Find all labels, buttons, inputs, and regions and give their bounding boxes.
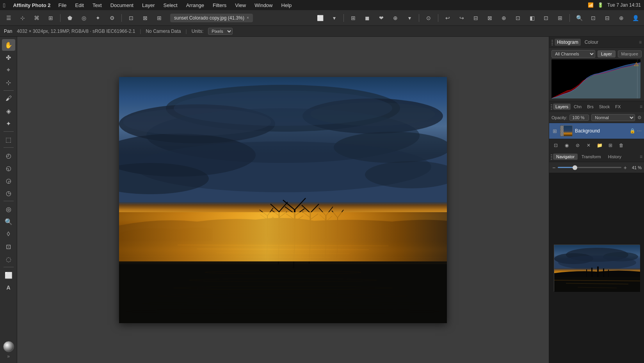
blur-tool[interactable]: ◌ bbox=[2, 253, 15, 265]
tab-close-button[interactable]: × bbox=[247, 16, 249, 20]
tab-colour[interactable]: Colour bbox=[582, 39, 601, 46]
channel-btn-5[interactable]: ▾ bbox=[403, 12, 416, 24]
menu-window[interactable]: Window bbox=[253, 2, 274, 9]
toolbar-btn-2[interactable]: ⊹ bbox=[16, 12, 29, 24]
lb-add-adjust-btn[interactable]: ⊘ bbox=[573, 141, 583, 150]
menu-view[interactable]: View bbox=[233, 2, 247, 9]
retouch-tool[interactable]: ◵ bbox=[2, 162, 15, 174]
layer-item-background[interactable]: ⊞ Background 🔒 bbox=[549, 123, 644, 139]
zoom-btn[interactable]: 🔍 bbox=[573, 12, 585, 24]
lb-duplicate-btn[interactable]: ⊞ bbox=[605, 141, 616, 150]
opacity-input[interactable] bbox=[569, 114, 589, 121]
menu-document[interactable]: Document bbox=[109, 2, 135, 9]
selection-tool[interactable]: ⬚ bbox=[2, 134, 15, 145]
menu-select[interactable]: Select bbox=[162, 2, 179, 9]
panel-grip-1[interactable] bbox=[551, 39, 553, 45]
zoom-in-btn[interactable]: + bbox=[623, 165, 628, 170]
view-chevron[interactable]: ▾ bbox=[328, 12, 340, 24]
menu-edit[interactable]: Edit bbox=[73, 2, 85, 9]
tab-layers[interactable]: Layers bbox=[553, 104, 571, 110]
toolbar-btn-8[interactable]: ⚙ bbox=[106, 12, 118, 24]
toolbar-btn-4[interactable]: ⊞ bbox=[44, 12, 57, 24]
panel-expand-histogram[interactable]: ≡ bbox=[639, 39, 642, 45]
channel-btn-1[interactable]: ⊞ bbox=[347, 12, 359, 24]
liquify-tool[interactable]: ◊ bbox=[2, 228, 15, 240]
toolbar-btn-c[interactable]: ⊕ bbox=[498, 12, 510, 24]
toolbar-btn-g[interactable]: ⊞ bbox=[554, 12, 566, 24]
panel-expand-navigator[interactable]: ≡ bbox=[640, 154, 642, 159]
pan-tool[interactable]: ✋ bbox=[2, 39, 15, 51]
sample-tool[interactable]: ◎ bbox=[2, 203, 15, 215]
blend-mode-select[interactable]: Normal Multiply Screen Overlay bbox=[591, 114, 635, 121]
settings-btn-1[interactable]: ⊡ bbox=[587, 12, 600, 24]
foreground-color[interactable] bbox=[3, 341, 14, 352]
crop-tool[interactable]: ⌖ bbox=[2, 64, 15, 76]
erase-tool[interactable]: ◈ bbox=[2, 105, 15, 117]
menu-help[interactable]: Help bbox=[280, 2, 294, 9]
channel-btn-4[interactable]: ⊕ bbox=[389, 12, 402, 24]
layer-menu-icon[interactable]: ⋯ bbox=[637, 128, 642, 134]
panel-expand-layers[interactable]: ≡ bbox=[640, 104, 642, 109]
tab-navigator[interactable]: Navigator bbox=[553, 154, 578, 160]
settings-btn-3[interactable]: ⊕ bbox=[615, 12, 628, 24]
apple-logo-icon[interactable]:  bbox=[3, 2, 5, 9]
toolbar-btn-e[interactable]: ◧ bbox=[526, 12, 538, 24]
text-tool[interactable]: A bbox=[2, 282, 15, 293]
lb-add-fill-btn[interactable]: ◉ bbox=[562, 141, 572, 150]
marquee-btn[interactable]: Marquee bbox=[618, 50, 642, 57]
paint-tool[interactable]: 🖌 bbox=[2, 93, 15, 104]
menu-arrange[interactable]: Arrange bbox=[185, 2, 206, 9]
toolbar-btn-10[interactable]: ⊠ bbox=[139, 12, 151, 24]
smudge-tool[interactable]: ⊡ bbox=[2, 241, 15, 252]
toolbar-btn-7[interactable]: ✦ bbox=[92, 12, 104, 24]
menu-layer[interactable]: Layer bbox=[141, 2, 157, 9]
layer-visibility-toggle[interactable]: ⊞ bbox=[551, 128, 558, 134]
toolbar-btn-11[interactable]: ⊞ bbox=[153, 12, 165, 24]
assist-btn[interactable]: ⊙ bbox=[422, 12, 435, 24]
expand-tools-btn[interactable]: » bbox=[7, 354, 10, 359]
shape-tool[interactable]: ⬜ bbox=[2, 269, 15, 281]
move-tool[interactable]: ✤ bbox=[2, 52, 15, 63]
layer-btn[interactable]: Layer bbox=[598, 50, 616, 57]
toolbar-btn-3[interactable]: ⌘ bbox=[30, 12, 43, 24]
units-select[interactable]: Pixels Inches cm mm bbox=[208, 28, 233, 35]
toolbar-btn-d[interactable]: ⊡ bbox=[512, 12, 524, 24]
red-eye-tool[interactable]: ◶ bbox=[2, 175, 15, 186]
toolbar-btn-6[interactable]: ◎ bbox=[78, 12, 90, 24]
channel-btn-2[interactable]: ◼ bbox=[361, 12, 374, 24]
tab-brs[interactable]: Brs bbox=[585, 104, 596, 110]
transform-tool[interactable]: ⊹ bbox=[2, 77, 15, 88]
settings-btn-2[interactable]: ⊟ bbox=[601, 12, 614, 24]
zoom-slider[interactable] bbox=[558, 167, 621, 168]
lb-add-fx-btn[interactable]: ✕ bbox=[584, 141, 594, 150]
panel-grip-3[interactable] bbox=[551, 154, 552, 160]
menu-file[interactable]: File bbox=[57, 2, 68, 9]
toolbar-btn-9[interactable]: ⊡ bbox=[125, 12, 137, 24]
canvas-area[interactable] bbox=[17, 37, 549, 363]
user-btn[interactable]: 👤 bbox=[629, 12, 642, 24]
zoom-out-btn[interactable]: − bbox=[551, 165, 556, 170]
tab-chn[interactable]: Chn bbox=[571, 104, 584, 110]
toolbar-btn-a[interactable]: ⊟ bbox=[470, 12, 482, 24]
layer-lock-icon[interactable]: 🔒 bbox=[630, 128, 635, 134]
toolbar-btn-f[interactable]: ⊡ bbox=[540, 12, 552, 24]
lb-add-pixel-btn[interactable]: ⊡ bbox=[551, 141, 561, 150]
menu-text[interactable]: Text bbox=[91, 2, 103, 9]
toolbar-btn-b[interactable]: ⊠ bbox=[484, 12, 496, 24]
zoom-tool[interactable]: 🔍 bbox=[2, 216, 15, 227]
blemish-tool[interactable]: ◷ bbox=[2, 187, 15, 199]
panel-grip-2[interactable] bbox=[551, 104, 552, 110]
tab-history[interactable]: History bbox=[605, 154, 624, 160]
menu-filters[interactable]: Filters bbox=[211, 2, 228, 9]
lb-delete-btn[interactable]: 🗑 bbox=[616, 141, 626, 150]
clone-tool[interactable]: ◴ bbox=[2, 150, 15, 161]
tab-stock[interactable]: Stock bbox=[597, 104, 612, 110]
toolbar-btn-5[interactable]: ⬟ bbox=[64, 12, 76, 24]
tab-histogram[interactable]: Histogram bbox=[555, 39, 581, 46]
undo-btn[interactable]: ↩ bbox=[441, 12, 454, 24]
tab-transform[interactable]: Transform bbox=[578, 154, 604, 160]
layers-settings-gear[interactable]: ⚙ bbox=[637, 115, 642, 120]
channel-btn-3[interactable]: ❤ bbox=[375, 12, 388, 24]
channel-select[interactable]: All Channels Red Green Blue bbox=[551, 50, 595, 58]
view-mode-btn[interactable]: ⬜ bbox=[314, 12, 326, 24]
